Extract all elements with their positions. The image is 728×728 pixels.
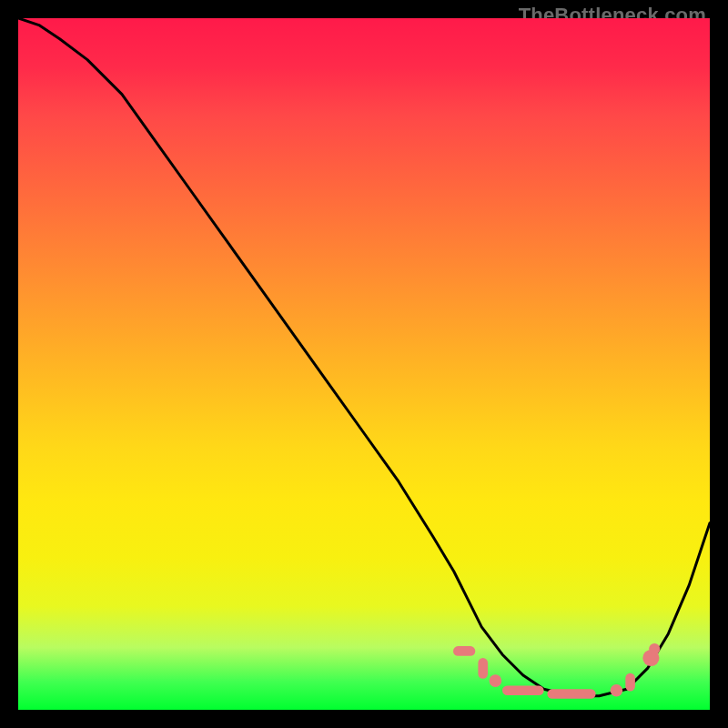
curve-marker	[611, 684, 623, 697]
curve-marker	[490, 674, 502, 687]
curve-marker	[502, 685, 544, 695]
bottleneck-curve	[18, 18, 710, 710]
curve-marker	[453, 646, 475, 656]
curve-marker	[547, 689, 595, 699]
chart-container: TheBottleneck.com	[0, 0, 728, 728]
plot-area	[18, 18, 710, 710]
curve-marker	[625, 673, 635, 692]
curve-marker	[478, 658, 488, 679]
curve-marker	[649, 643, 660, 654]
curve-marker	[642, 650, 659, 666]
